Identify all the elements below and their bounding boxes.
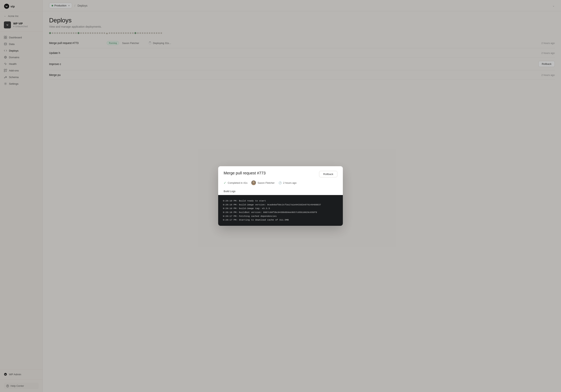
- author-name: Saxon Fletcher: [258, 181, 274, 184]
- completed-meta: ✓ Completed in 41s: [224, 181, 247, 185]
- build-log-terminal[interactable]: 9:26:10 PM: Build ready to start9:26:16 …: [218, 195, 343, 226]
- author-meta: Saxon Fletcher: [251, 180, 274, 185]
- log-line: 9:26:17 PM: Starting to download cache o…: [223, 218, 338, 222]
- modal-header: Merge pull request #773 Rollback: [218, 166, 343, 180]
- modal-meta: ✓ Completed in 41s Saxon Fletcher 🕐 2 ho…: [218, 180, 343, 188]
- deploy-time-label: 2 hours ago: [283, 181, 297, 184]
- log-line: 9:26:16 PM: build-image version: 9cade8a…: [223, 203, 338, 207]
- modal-title: Merge pull request #773: [224, 171, 266, 175]
- log-line: 9:26:10 PM: Build ready to start: [223, 199, 338, 203]
- log-line: 9:26:16 PM: buildbot version: 6067c60f3b…: [223, 210, 338, 214]
- clock-icon: 🕐: [279, 181, 282, 184]
- modal-rollback-button[interactable]: Rollback: [319, 171, 337, 177]
- avatar: [251, 180, 256, 185]
- completed-label: Completed in 41s: [228, 181, 247, 184]
- log-line: 9:26:16 PM: build-image tag: v3.3.5: [223, 206, 338, 210]
- check-icon: ✓: [224, 181, 226, 185]
- deploy-detail-modal: Merge pull request #773 Rollback ✓ Compl…: [218, 166, 343, 226]
- time-meta: 🕐 2 hours ago: [279, 181, 297, 184]
- log-line: 9:26:17 PM: Fetching cached dependencies: [223, 214, 338, 218]
- build-logs-label: Build Logs: [218, 188, 343, 195]
- svg-point-22: [252, 184, 255, 185]
- svg-point-21: [253, 181, 254, 183]
- modal-overlay[interactable]: Merge pull request #773 Rollback ✓ Compl…: [0, 0, 561, 392]
